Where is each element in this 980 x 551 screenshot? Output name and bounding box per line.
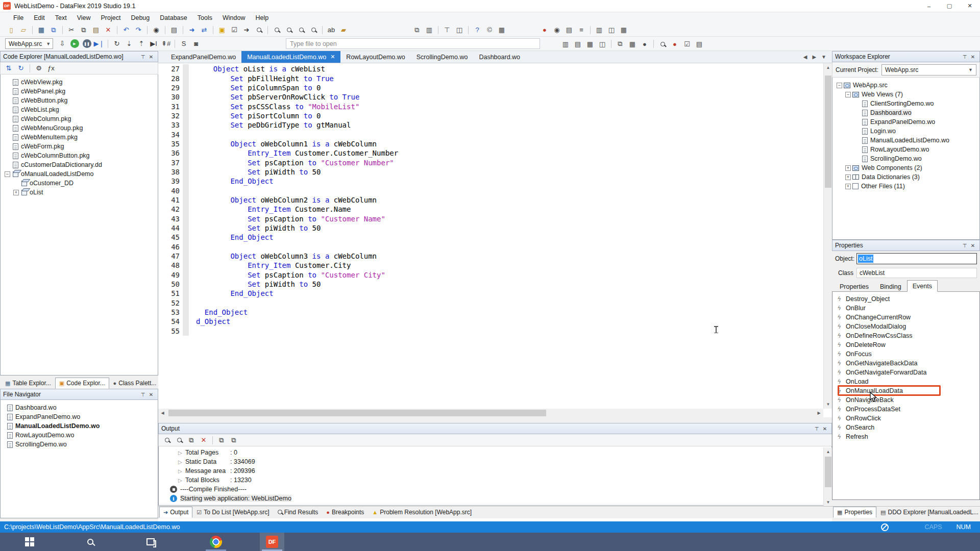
redo-icon[interactable]: ↷ — [133, 24, 144, 36]
options-icon[interactable]: ▦ — [496, 24, 507, 36]
editor-horizontal-scrollbar[interactable]: ◀ ▶ — [158, 409, 823, 417]
minimize-button[interactable]: – — [919, 0, 939, 12]
code-explorer-panel-icon[interactable]: ⧉ — [615, 38, 626, 49]
find-next-icon[interactable] — [283, 24, 295, 36]
export-icon[interactable]: ➔ — [241, 24, 252, 36]
code-line[interactable]: 45 End_Object — [158, 233, 823, 242]
print-icon[interactable]: ▤ — [168, 24, 180, 36]
scroll-up-icon[interactable]: ▲ — [824, 63, 832, 72]
delete-icon[interactable]: ✕ — [103, 24, 114, 36]
compile-icon[interactable]: ⇩ — [57, 38, 68, 49]
file-navigator-item[interactable]: ScrollingDemo.wo — [1, 440, 158, 449]
code-line[interactable]: 34 — [158, 130, 823, 139]
window-tile-icon[interactable]: ▥ — [424, 24, 435, 36]
expander-triangle-icon[interactable]: ▷ — [178, 459, 185, 465]
sync-view-icon[interactable]: ⇄ — [199, 24, 210, 36]
watch-icon[interactable]: ◉ — [551, 24, 562, 36]
left-tab-code-explor[interactable]: ▣Code Explor... — [55, 378, 109, 389]
step-out-icon[interactable]: ⇡ — [136, 38, 147, 49]
properties-tab-events[interactable]: Events — [907, 280, 938, 292]
workspace-item[interactable]: ScrollingDemo.wo — [832, 154, 979, 163]
workspace-item[interactable]: Login.wo — [832, 127, 979, 136]
output-find-previous-icon[interactable] — [174, 435, 185, 446]
breakpoints-panel-icon[interactable]: ● — [669, 38, 680, 49]
splitter[interactable] — [158, 417, 832, 423]
pause-icon[interactable]: ❚❚ — [81, 38, 92, 49]
workspace-item[interactable]: ManualLoadedListDemo.wo — [832, 136, 979, 145]
scroll-right-icon[interactable]: ▶ — [815, 409, 823, 417]
output-tab-output[interactable]: ➔Output — [159, 507, 192, 518]
taskbar-search-button[interactable] — [78, 533, 103, 551]
taskbar-chrome-button[interactable] — [204, 533, 228, 551]
run-to-cursor-icon[interactable]: ▶I — [148, 38, 159, 49]
restart-icon[interactable]: ↻ — [111, 38, 122, 49]
event-ondefinerowcssclass[interactable]: ϟOnDefineRowCssClass — [832, 331, 979, 340]
chevron-down-icon[interactable]: ▼ — [819, 54, 829, 60]
output-copy-icon[interactable]: ⧉ — [186, 435, 197, 446]
code-line[interactable]: 53 End_Object — [158, 308, 823, 317]
event-onclosemodaldialog[interactable]: ϟOnCloseModalDialog — [832, 322, 979, 331]
code-line[interactable]: 28 Set pbFillHeight to True — [158, 73, 823, 83]
workspace-item[interactable]: −Web Views (7) — [832, 90, 979, 99]
output-tab-problem-resolution-webapp-src[interactable]: ▲Problem Resolution [WebApp.src] — [368, 507, 476, 518]
close-icon[interactable]: ✕ — [147, 392, 155, 397]
scrollbar-thumb[interactable] — [825, 457, 831, 487]
undo-icon[interactable]: ↶ — [120, 24, 132, 36]
configure-icon[interactable]: ⚙ — [33, 63, 44, 74]
expander-triangle-icon[interactable]: ▷ — [178, 478, 185, 483]
left-tab-table-explor[interactable]: ▦Table Explor... — [1, 378, 55, 389]
workspace-item[interactable]: +Data Dictionaries (3) — [832, 172, 979, 182]
expand-icon[interactable]: + — [845, 174, 851, 180]
event-onnavigateback[interactable]: ϟOnNavigateBack — [832, 395, 979, 405]
project-combo[interactable]: WebApp.src ▼ — [5, 38, 53, 49]
scroll-down-icon[interactable]: ▼ — [824, 498, 832, 507]
menu-view[interactable]: View — [72, 12, 96, 23]
code-explorer-item[interactable]: cWebColumnButton.pkg — [1, 151, 158, 160]
code-line[interactable]: 37 Set psCaption to "Customer Number" — [158, 158, 823, 167]
output-vertical-scrollbar[interactable]: ▲ ▼ — [823, 447, 832, 507]
editor-vertical-scrollbar[interactable]: ▲ ▼ — [823, 63, 832, 409]
goto-definition-icon[interactable]: ➜ — [186, 24, 198, 36]
event-onblur[interactable]: ϟOnBlur — [832, 304, 979, 313]
code-explorer-item[interactable]: cWebButton.pkg — [1, 96, 158, 105]
run-icon[interactable]: ▶ — [69, 38, 80, 49]
code-line[interactable]: 42 Entry_Item Customer.Name — [158, 205, 823, 214]
code-line[interactable]: 39 End_Object — [158, 177, 823, 186]
menu-project[interactable]: Project — [96, 12, 126, 23]
close-icon[interactable]: ✕ — [821, 426, 829, 432]
menu-help[interactable]: Help — [250, 12, 274, 23]
editor-tab-rowlayoutdemo-wo[interactable]: RowLayoutDemo.wo — [340, 51, 410, 63]
file-navigator-item[interactable]: RowLayoutDemo.wo — [1, 431, 158, 440]
code-editor[interactable]: 27 Object oList is a cWebList28 Set pbFi… — [158, 63, 823, 409]
close-icon[interactable]: ✕ — [330, 54, 335, 60]
todo-panel-icon[interactable]: ☑ — [681, 38, 693, 49]
code-explorer-item[interactable]: cWebColumn.pkg — [1, 114, 158, 123]
find-icon[interactable] — [271, 24, 282, 36]
pin-document-icon[interactable]: ⊤ — [442, 24, 453, 36]
scroll-down-icon[interactable]: ▼ — [824, 400, 832, 409]
code-explorer-item[interactable]: oCustomer_DD — [1, 179, 158, 188]
layout-icon[interactable]: ◫ — [606, 24, 617, 36]
event-refresh[interactable]: ϟRefresh — [832, 432, 979, 441]
functions-icon[interactable]: ƒx — [45, 63, 57, 74]
cut-icon[interactable]: ✂ — [66, 24, 77, 36]
collapse-icon[interactable]: − — [5, 171, 10, 177]
about-icon[interactable]: © — [484, 24, 495, 36]
save-all-icon[interactable]: ⧉ — [48, 24, 59, 36]
workspace-item[interactable]: RowLayoutDemo.wo — [832, 145, 979, 154]
left-tab-class-palett[interactable]: ●Class Palett... — [109, 378, 161, 389]
code-explorer-item[interactable]: cWebForm.pkg — [1, 142, 158, 151]
menu-window[interactable]: Window — [217, 12, 250, 23]
scrollbar-thumb[interactable] — [825, 76, 831, 188]
expand-icon[interactable]: + — [845, 184, 851, 189]
toggle-breakpoint-icon[interactable]: S — [178, 38, 189, 49]
code-line[interactable]: 48 Entry_Item Customer.City — [158, 261, 823, 270]
locals-icon[interactable]: ▤ — [564, 24, 575, 36]
open-file-icon[interactable]: ▱ — [18, 24, 29, 36]
run-without-debug-icon[interactable]: ▶❘ — [93, 38, 105, 49]
output-find-next-icon[interactable] — [161, 435, 173, 446]
code-line[interactable]: 55 — [158, 327, 823, 336]
ddo-explorer-panel-icon[interactable]: ▤ — [694, 38, 705, 49]
expander-triangle-icon[interactable]: ▷ — [178, 468, 185, 474]
object-input[interactable]: oList — [856, 253, 977, 264]
